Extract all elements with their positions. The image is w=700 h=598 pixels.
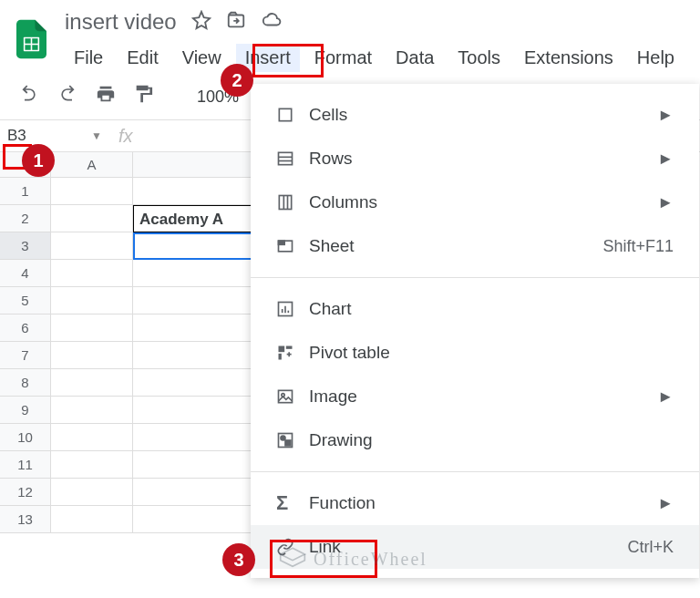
cell[interactable] <box>133 479 256 506</box>
undo-icon[interactable] <box>18 85 40 108</box>
cell[interactable] <box>51 178 133 205</box>
cell[interactable] <box>51 342 133 369</box>
cell-b3-selected[interactable] <box>133 232 256 260</box>
star-icon[interactable] <box>191 10 211 34</box>
cell[interactable] <box>51 424 133 451</box>
cell[interactable] <box>133 451 256 479</box>
sheet-icon <box>276 237 309 255</box>
svg-rect-21 <box>279 354 282 360</box>
menu-edit[interactable]: Edit <box>118 44 167 72</box>
insert-function[interactable]: Σ Function ► <box>251 481 699 525</box>
sheets-logo-icon <box>16 15 46 64</box>
cell[interactable] <box>133 178 256 205</box>
cell[interactable] <box>133 397 256 424</box>
redo-icon[interactable] <box>57 85 78 108</box>
rows-icon <box>276 150 309 168</box>
insert-drawing-label: Drawing <box>309 430 674 450</box>
row-header[interactable]: 1 <box>0 178 51 205</box>
row-header[interactable]: 7 <box>0 342 51 369</box>
cell[interactable] <box>51 479 133 506</box>
svg-rect-14 <box>279 241 285 244</box>
insert-cells[interactable]: Cells ► <box>251 93 699 137</box>
submenu-arrow-icon: ► <box>657 106 674 125</box>
cell-b2[interactable]: Academy A <box>133 205 256 232</box>
cell[interactable] <box>51 451 133 479</box>
row-header[interactable]: 2 <box>0 205 51 232</box>
insert-link[interactable]: Link Ctrl+K <box>251 525 699 569</box>
menu-insert[interactable]: Insert <box>236 44 300 72</box>
name-box[interactable]: B3 <box>0 124 46 148</box>
row-header[interactable]: 5 <box>0 287 51 314</box>
row-header[interactable]: 4 <box>0 260 51 287</box>
insert-chart[interactable]: Chart <box>251 287 699 331</box>
function-icon: Σ <box>276 491 309 515</box>
svg-rect-6 <box>279 108 291 120</box>
cell[interactable] <box>133 260 256 287</box>
cell[interactable] <box>51 260 133 287</box>
row-header[interactable]: 9 <box>0 397 51 424</box>
cell[interactable] <box>51 369 133 397</box>
row-header[interactable]: 8 <box>0 369 51 397</box>
insert-columns[interactable]: Columns ► <box>251 180 699 224</box>
cell[interactable] <box>133 342 256 369</box>
svg-rect-20 <box>286 346 293 349</box>
cell[interactable] <box>51 314 133 342</box>
paint-format-icon[interactable] <box>133 83 153 110</box>
document-title[interactable]: insert video <box>65 9 177 35</box>
cells-icon <box>276 106 309 124</box>
menu-format[interactable]: Format <box>305 44 381 72</box>
zoom-level[interactable]: 100% <box>197 88 239 107</box>
svg-rect-22 <box>279 390 293 402</box>
menu-extensions[interactable]: Extensions <box>515 44 623 72</box>
insert-link-label: Link <box>309 537 627 557</box>
menu-view[interactable]: View <box>173 44 231 72</box>
chart-icon <box>276 300 309 318</box>
svg-rect-7 <box>279 152 293 164</box>
insert-pivot[interactable]: Pivot table <box>251 331 699 375</box>
cell[interactable] <box>51 205 133 232</box>
cell[interactable] <box>133 287 256 314</box>
cell[interactable] <box>133 314 256 342</box>
cell[interactable] <box>51 287 133 314</box>
row-header[interactable]: 12 <box>0 479 51 506</box>
menu-data[interactable]: Data <box>386 44 443 72</box>
image-icon <box>276 387 309 406</box>
columns-icon <box>276 193 309 211</box>
insert-dropdown: Cells ► Rows ► Columns ► Sheet Shift+F11… <box>251 84 699 578</box>
menu-file[interactable]: File <box>65 44 112 72</box>
move-icon[interactable] <box>226 10 246 34</box>
insert-function-label: Function <box>309 493 657 513</box>
menu-tools[interactable]: Tools <box>448 44 510 72</box>
column-header-a[interactable]: A <box>51 152 133 178</box>
insert-image-label: Image <box>309 387 657 407</box>
cell[interactable] <box>51 397 133 424</box>
row-header[interactable]: 3 <box>0 232 51 260</box>
column-header-b[interactable] <box>133 152 256 178</box>
submenu-arrow-icon: ► <box>657 150 674 169</box>
insert-rows[interactable]: Rows ► <box>251 137 699 180</box>
row-header[interactable]: 6 <box>0 314 51 342</box>
print-icon[interactable] <box>95 84 117 109</box>
submenu-arrow-icon: ► <box>657 494 674 513</box>
row-header[interactable]: 10 <box>0 424 51 451</box>
insert-drawing[interactable]: Drawing <box>251 418 699 462</box>
row-header[interactable]: 11 <box>0 451 51 479</box>
drawing-icon <box>276 431 309 449</box>
cell[interactable] <box>51 232 133 260</box>
insert-image[interactable]: Image ► <box>251 375 699 418</box>
namebox-dropdown-icon[interactable]: ▼ <box>91 129 102 142</box>
select-all-corner[interactable] <box>0 152 51 178</box>
shortcut-text: Ctrl+K <box>627 538 674 557</box>
cell[interactable] <box>133 506 256 533</box>
submenu-arrow-icon: ► <box>657 387 674 407</box>
cell[interactable] <box>133 424 256 451</box>
insert-columns-label: Columns <box>309 192 657 212</box>
pivot-icon <box>276 344 309 362</box>
cloud-status-icon[interactable] <box>261 10 283 34</box>
cell[interactable] <box>51 506 133 533</box>
cell[interactable] <box>133 369 256 397</box>
row-header[interactable]: 13 <box>0 506 51 533</box>
insert-sheet[interactable]: Sheet Shift+F11 <box>251 224 699 268</box>
menu-help[interactable]: Help <box>628 44 684 72</box>
insert-pivot-label: Pivot table <box>309 343 674 363</box>
